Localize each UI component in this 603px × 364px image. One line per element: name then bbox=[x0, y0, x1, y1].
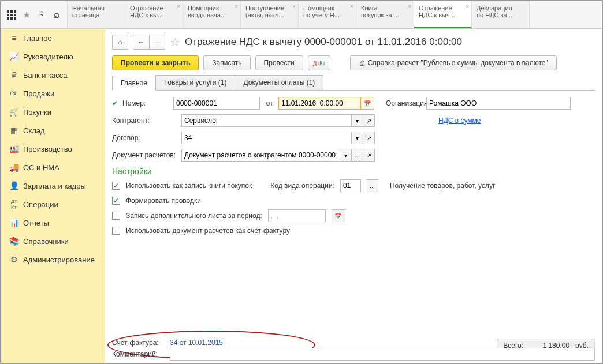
open-button[interactable]: ↗ bbox=[363, 114, 375, 127]
sidebar-item-reports[interactable]: 📊Отчеты bbox=[1, 213, 105, 232]
app-tabs: Начальнаястраница ×ОтражениеНДС к вы... … bbox=[68, 1, 602, 28]
calendar-button[interactable]: 📅 bbox=[332, 209, 345, 222]
tab-helper-vat[interactable]: ×Помощникпо учету Н... bbox=[299, 1, 356, 28]
calendar-button[interactable]: 📅 bbox=[360, 97, 374, 110]
tab-home[interactable]: Начальнаястраница bbox=[68, 1, 125, 28]
date-input[interactable] bbox=[278, 97, 360, 110]
posted-icon: ✔ bbox=[112, 99, 122, 107]
sidebar-item-bank[interactable]: ₽Банк и касса bbox=[1, 66, 105, 84]
tab-payments[interactable]: Документы оплаты (1) bbox=[234, 75, 323, 90]
sidebar-item-assets[interactable]: 🚚ОС и НМА bbox=[1, 158, 105, 177]
tab-vat-1[interactable]: ×ОтражениеНДС к вы... bbox=[125, 1, 183, 28]
sidebar-item-warehouse[interactable]: ▦Склад bbox=[1, 121, 105, 140]
tab-main[interactable]: Главное bbox=[112, 76, 156, 91]
ellipsis-button[interactable]: … bbox=[367, 179, 378, 192]
main-area: ⌂ ← → ☆ Отражение НДС к вычету 0000-0000… bbox=[105, 29, 602, 363]
sidebar-item-production[interactable]: 🏭Производство bbox=[1, 140, 105, 158]
invoice-link[interactable]: 34 от 10.01.2015 bbox=[170, 339, 223, 347]
ruble-icon: ₽ bbox=[9, 70, 18, 80]
close-icon[interactable]: × bbox=[177, 3, 180, 10]
tab-receipt[interactable]: ×Поступление(акты, накл... bbox=[241, 1, 299, 28]
truck-icon: 🚚 bbox=[9, 163, 18, 172]
open-button[interactable]: ↗ bbox=[363, 149, 375, 162]
open-button[interactable]: ↗ bbox=[363, 132, 375, 144]
post-close-button[interactable]: Провести и закрыть bbox=[112, 55, 199, 70]
favorites-button[interactable] bbox=[21, 9, 32, 21]
forward-button[interactable]: → bbox=[149, 35, 165, 50]
sidebar-item-purchases[interactable]: 🛒Покупки bbox=[1, 103, 105, 121]
op-desc: Получение товаров, работ, услуг bbox=[384, 182, 495, 190]
contract-input[interactable] bbox=[181, 132, 352, 144]
settlement-label: Документ расчетов: bbox=[112, 151, 181, 159]
bag-icon: 🛍 bbox=[9, 89, 18, 98]
sidebar-item-operations[interactable]: ДтКтОперации bbox=[1, 195, 105, 213]
close-icon[interactable]: × bbox=[350, 3, 353, 10]
close-icon[interactable]: × bbox=[408, 3, 411, 10]
arrow-right-icon: → bbox=[154, 38, 161, 46]
history-button[interactable] bbox=[36, 9, 47, 21]
use-invoice-checkbox[interactable] bbox=[112, 227, 120, 235]
tab-goods[interactable]: Товары и услуги (1) bbox=[155, 75, 236, 90]
tab-purchase-book[interactable]: ×Книгапокупок за ... bbox=[356, 1, 414, 28]
dtkt-icon: Дт bbox=[313, 60, 319, 66]
dtkt-icon: ДтКт bbox=[9, 200, 18, 209]
factory-icon: 🏭 bbox=[9, 144, 18, 153]
vat-mode-link[interactable]: НДС в сумме bbox=[438, 117, 481, 125]
org-input[interactable] bbox=[426, 97, 571, 110]
sidebar-item-salary[interactable]: 👤Зарплата и кадры bbox=[1, 177, 105, 195]
use-book-checkbox[interactable] bbox=[112, 182, 120, 190]
grid-icon bbox=[7, 10, 16, 20]
favorite-star[interactable]: ☆ bbox=[170, 35, 180, 49]
sidebar-item-catalogs[interactable]: 📚Справочники bbox=[1, 232, 105, 250]
cart-icon: 🛒 bbox=[9, 107, 18, 117]
contragent-input[interactable] bbox=[181, 114, 352, 127]
dropdown-button[interactable]: ▾ bbox=[340, 149, 352, 162]
search-button[interactable] bbox=[51, 9, 62, 21]
sidebar-item-manager[interactable]: 📈Руководителю bbox=[1, 47, 105, 66]
tab-vat-2[interactable]: ×ОтражениеНДС к выч... bbox=[414, 1, 472, 28]
comment-input[interactable] bbox=[170, 348, 595, 361]
close-icon[interactable]: × bbox=[234, 3, 238, 10]
printer-icon: 🖨 bbox=[359, 59, 367, 67]
sidebar-item-admin[interactable]: ⚙Администрирование bbox=[1, 250, 105, 269]
form-entries-checkbox[interactable] bbox=[112, 197, 120, 205]
extra-sheet-checkbox[interactable] bbox=[112, 212, 120, 220]
op-code-input[interactable] bbox=[340, 179, 361, 192]
arrow-left-icon: ← bbox=[138, 38, 145, 46]
settings-header: Настройки bbox=[112, 167, 595, 176]
extra-date-input[interactable] bbox=[268, 209, 326, 222]
close-icon[interactable]: × bbox=[292, 3, 296, 10]
post-button[interactable]: Провести bbox=[255, 55, 303, 70]
sidebar-item-sales[interactable]: 🛍Продажи bbox=[1, 84, 105, 103]
report-button[interactable]: 🖨 Справка-расчет "Рублевые суммы докумен… bbox=[350, 55, 556, 70]
top-bar: Начальнаястраница ×ОтражениеНДС к вы... … bbox=[1, 1, 602, 29]
extra-sheet-label: Запись дополнительного листа за период: bbox=[126, 212, 262, 220]
form-entries-label: Формировать проводки bbox=[126, 197, 201, 205]
org-label: Организация: bbox=[374, 99, 426, 107]
bars-icon: 📊 bbox=[9, 218, 18, 227]
save-button[interactable]: Записать bbox=[203, 55, 250, 70]
close-icon[interactable]: × bbox=[466, 3, 469, 10]
invoice-row: Счет-фактура: 34 от 10.01.2015 Всего: 1 … bbox=[112, 339, 595, 347]
book-icon: 📚 bbox=[9, 237, 18, 246]
tab-helper-input[interactable]: ×Помощникввода нача... bbox=[183, 1, 241, 28]
sidebar-item-main[interactable]: ≡Главное bbox=[1, 29, 105, 47]
tab-declaration[interactable]: Декларацияпо НДС за ... bbox=[472, 1, 530, 28]
app-launcher-button[interactable] bbox=[6, 9, 17, 21]
dropdown-button[interactable]: ▾ bbox=[352, 132, 363, 144]
home-button[interactable]: ⌂ bbox=[112, 35, 128, 50]
number-label: Номер: bbox=[122, 99, 173, 107]
settlement-input[interactable] bbox=[181, 149, 340, 162]
comment-label: Комментарий: bbox=[112, 350, 170, 358]
document-title: Отражение НДС к вычету 0000-000001 от 11… bbox=[185, 36, 462, 48]
gear-icon: ⚙ bbox=[9, 255, 18, 264]
dtkt-button[interactable]: ДтКт bbox=[308, 55, 331, 70]
ellipsis-button[interactable]: … bbox=[352, 149, 363, 162]
number-input[interactable] bbox=[173, 97, 260, 110]
calendar-icon: 📅 bbox=[364, 100, 371, 107]
dropdown-button[interactable]: ▾ bbox=[352, 114, 363, 127]
chart-icon: 📈 bbox=[9, 52, 18, 61]
contract-label: Договор: bbox=[112, 134, 181, 142]
invoice-label: Счет-фактура: bbox=[112, 339, 170, 347]
back-button[interactable]: ← bbox=[133, 35, 149, 50]
